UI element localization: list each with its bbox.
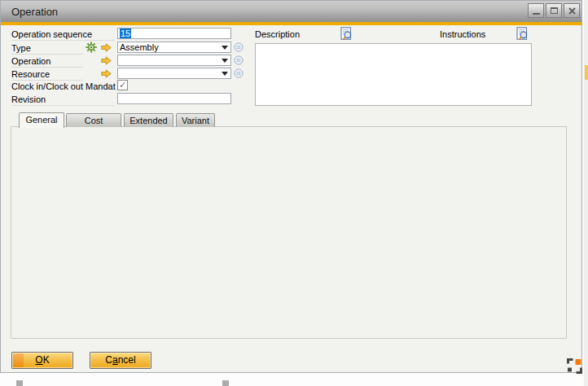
tab-cost[interactable]: Cost [66, 113, 121, 127]
ok-button[interactable]: OK [11, 352, 73, 369]
link-arrow-icon[interactable] [101, 43, 112, 52]
general-tab-panel [11, 126, 567, 339]
window-controls [528, 3, 580, 18]
dropdown-arrow-icon [222, 59, 228, 63]
choose-from-list-icon[interactable] [234, 68, 244, 78]
description-textarea[interactable] [255, 43, 532, 106]
maximize-icon [551, 7, 558, 14]
type-dropdown[interactable]: Assembly [117, 42, 231, 53]
description-preview-icon[interactable] [340, 27, 353, 41]
operation-sequence-label: Operation sequence [11, 29, 115, 41]
window-title: Operation [11, 6, 58, 18]
dropdown-arrow-icon [222, 46, 228, 50]
clock-mandatory-label: Clock in/Clock out Mandat [11, 81, 116, 93]
resource-label: Resource [11, 69, 83, 81]
choose-from-list-icon[interactable] [234, 42, 244, 52]
tab-general[interactable]: General [19, 112, 64, 128]
link-arrow-icon[interactable] [101, 69, 112, 78]
background-artifact [222, 380, 229, 386]
background-artifact [16, 380, 23, 386]
title-bar[interactable]: Operation [1, 1, 581, 22]
description-label: Description [255, 29, 312, 41]
revision-label: Revision [11, 94, 115, 106]
edge-orange-marker [585, 65, 588, 80]
background-strip [584, 0, 588, 386]
instructions-label: Instructions [440, 29, 497, 41]
tab-extended[interactable]: Extended [124, 113, 173, 127]
instructions-preview-icon[interactable] [516, 27, 529, 41]
minimize-icon [533, 13, 540, 15]
type-label: Type [11, 43, 83, 55]
close-icon [568, 7, 576, 15]
cancel-button[interactable]: Cancel [90, 352, 151, 369]
link-arrow-icon[interactable] [101, 56, 112, 65]
clock-mandatory-checkbox[interactable]: ✓ [117, 80, 128, 90]
gear-icon[interactable] [86, 42, 97, 53]
default-button-marker [13, 353, 24, 367]
resize-grip-icon[interactable] [567, 358, 582, 374]
check-icon: ✓ [119, 80, 126, 90]
maximize-button[interactable] [546, 3, 562, 18]
revision-input[interactable] [117, 93, 231, 104]
tab-variant[interactable]: Variant [176, 113, 215, 127]
operation-label: Operation [11, 56, 83, 68]
operation-window: Operation Operation sequence 15 Type Ass… [0, 0, 582, 373]
dropdown-arrow-icon [222, 72, 228, 76]
close-button[interactable] [564, 3, 580, 18]
resource-dropdown[interactable] [117, 68, 231, 79]
operation-sequence-input[interactable]: 15 [117, 28, 231, 39]
minimize-button[interactable] [528, 3, 544, 18]
selected-text: 15 [120, 29, 131, 38]
choose-from-list-icon[interactable] [234, 55, 244, 65]
operation-dropdown[interactable] [117, 55, 231, 66]
title-accent-bar [1, 22, 581, 25]
